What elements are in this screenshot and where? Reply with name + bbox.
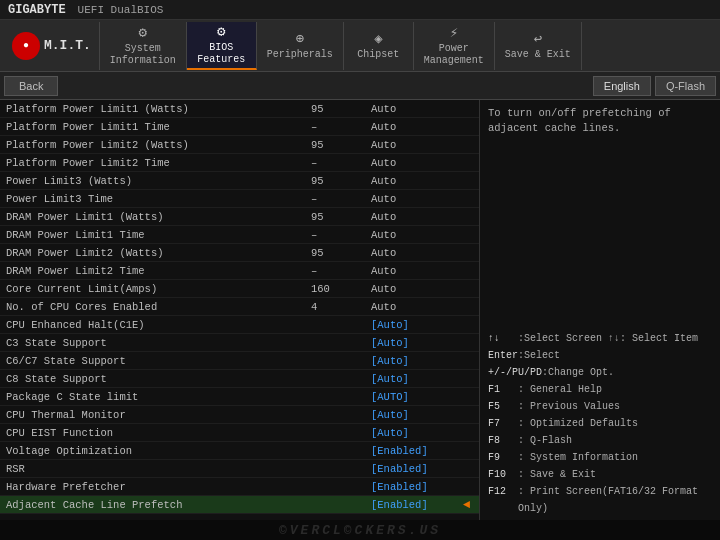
setting-row[interactable]: No. of CPU Cores Enabled4Auto [0,298,479,316]
setting-row[interactable]: Hardware Prefetcher[Enabled] [0,478,479,496]
setting-opt: Auto [371,265,461,277]
setting-row[interactable]: DRAM Power Limit2 (Watts)95Auto [0,244,479,262]
nav-label-bios-features: BIOSFeatures [197,42,245,66]
setting-value: 95 [311,103,371,115]
nav-bar: ● M.I.T. ⚙ SystemInformation ⚙ BIOSFeatu… [0,20,720,72]
setting-name: Power Limit3 (Watts) [6,175,311,187]
setting-value: – [311,229,371,241]
key-label: F8 [488,432,518,449]
nav-item-chipset[interactable]: ◈ Chipset [344,22,414,70]
setting-opt: Auto [371,121,461,133]
setting-value: 95 [311,211,371,223]
setting-row[interactable]: RSR[Enabled] [0,460,479,478]
setting-opt: [Enabled] [371,499,461,511]
setting-opt: [Auto] [371,373,461,385]
setting-row[interactable]: DRAM Power Limit2 Time–Auto [0,262,479,280]
setting-name: CPU Enhanced Halt(C1E) [6,319,311,331]
setting-row[interactable]: Platform Power Limit2 Time–Auto [0,154,479,172]
key-label: F10 [488,466,518,483]
key-help-line: Enter:Select [488,347,712,364]
setting-opt: [Enabled] [371,481,461,493]
key-help: ↑↓:Select Screen ↑↓: Select ItemEnter:Se… [488,330,712,534]
bottom-bar: ©VERCL©CKERS.US [0,520,720,540]
nav-item-system-info[interactable]: ⚙ SystemInformation [100,22,187,70]
power-icon: ⚡ [450,24,458,41]
setting-row[interactable]: Platform Power Limit1 (Watts)95Auto [0,100,479,118]
key-desc: : Save & Exit [518,466,596,483]
setting-opt: Auto [371,211,461,223]
nav-item-save-exit[interactable]: ↩ Save & Exit [495,22,582,70]
setting-name: DRAM Power Limit1 (Watts) [6,211,311,223]
setting-row[interactable]: Core Current Limit(Amps)160Auto [0,280,479,298]
setting-row[interactable]: Platform Power Limit2 (Watts)95Auto [0,136,479,154]
setting-value: – [311,157,371,169]
setting-opt: Auto [371,157,461,169]
save-exit-icon: ↩ [534,30,542,47]
setting-row[interactable]: CPU Enhanced Halt(C1E)[Auto] [0,316,479,334]
back-button[interactable]: Back [4,76,58,96]
key-help-line: F9 : System Information [488,449,712,466]
setting-name: Hardware Prefetcher [6,481,311,493]
setting-name: Platform Power Limit1 (Watts) [6,103,311,115]
key-desc: : General Help [518,381,602,398]
setting-opt: [Auto] [371,337,461,349]
setting-row[interactable]: C8 State Support[Auto] [0,370,479,388]
nav-item-bios-features[interactable]: ⚙ BIOSFeatures [187,22,257,70]
language-button[interactable]: English [593,76,651,96]
setting-opt: [Auto] [371,409,461,421]
arrow-indicator: ◄ [463,498,473,512]
setting-name: Power Limit3 Time [6,193,311,205]
setting-row[interactable]: Power Limit3 (Watts)95Auto [0,172,479,190]
setting-row[interactable]: CPU EIST Function[Auto] [0,424,479,442]
main-content: Platform Power Limit1 (Watts)95AutoPlatf… [0,100,720,540]
mit-nav-item[interactable]: ● M.I.T. [4,22,100,70]
setting-row[interactable]: DRAM Power Limit1 (Watts)95Auto [0,208,479,226]
nav-item-power-mgmt[interactable]: ⚡ PowerManagement [414,22,495,70]
watermark: ©VERCL©CKERS.US [279,523,441,538]
setting-name: Core Current Limit(Amps) [6,283,311,295]
setting-value: – [311,265,371,277]
setting-name: Platform Power Limit2 (Watts) [6,139,311,151]
mit-label: M.I.T. [44,38,91,53]
top-bar: GIGABYTE UEFI DualBIOS [0,0,720,20]
setting-row[interactable]: Platform Power Limit1 Time–Auto [0,118,479,136]
setting-opt: Auto [371,229,461,241]
setting-row[interactable]: Power Limit3 Time–Auto [0,190,479,208]
nav-label-peripherals: Peripherals [267,49,333,61]
setting-row[interactable]: C3 State Support[Auto] [0,334,479,352]
setting-row[interactable]: Adjacent Cache Line Prefetch[Enabled]◄ [0,496,479,514]
nav-label-power-mgmt: PowerManagement [424,43,484,67]
key-label: Enter [488,347,518,364]
setting-opt: Auto [371,283,461,295]
bios-title: UEFI DualBIOS [78,4,164,16]
setting-opt: [Enabled] [371,463,461,475]
setting-row[interactable]: Voltage Optimization[Enabled] [0,442,479,460]
setting-opt: Auto [371,139,461,151]
key-label: F5 [488,398,518,415]
setting-name: No. of CPU Cores Enabled [6,301,311,313]
setting-opt: Auto [371,193,461,205]
setting-name: RSR [6,463,311,475]
mit-circle: ● [12,32,40,60]
setting-opt: [AUTO] [371,391,461,403]
key-help-line: F10 : Save & Exit [488,466,712,483]
key-help-line: F1 : General Help [488,381,712,398]
setting-row[interactable]: C6/C7 State Support[Auto] [0,352,479,370]
setting-value: – [311,193,371,205]
nav-label-chipset: Chipset [357,49,399,61]
key-help-line: F8 : Q-Flash [488,432,712,449]
setting-value: 95 [311,247,371,259]
setting-value: 95 [311,175,371,187]
setting-name: DRAM Power Limit1 Time [6,229,311,241]
setting-row[interactable]: Package C State limit[AUTO] [0,388,479,406]
setting-opt: [Auto] [371,355,461,367]
setting-name: Platform Power Limit2 Time [6,157,311,169]
qflash-button[interactable]: Q-Flash [655,76,716,96]
setting-name: Voltage Optimization [6,445,311,457]
setting-row[interactable]: CPU Thermal Monitor[Auto] [0,406,479,424]
logo: GIGABYTE [8,3,66,17]
setting-row[interactable]: DRAM Power Limit1 Time–Auto [0,226,479,244]
key-desc: : System Information [518,449,638,466]
nav-item-peripherals[interactable]: ⊕ Peripherals [257,22,344,70]
key-help-line: F7 : Optimized Defaults [488,415,712,432]
